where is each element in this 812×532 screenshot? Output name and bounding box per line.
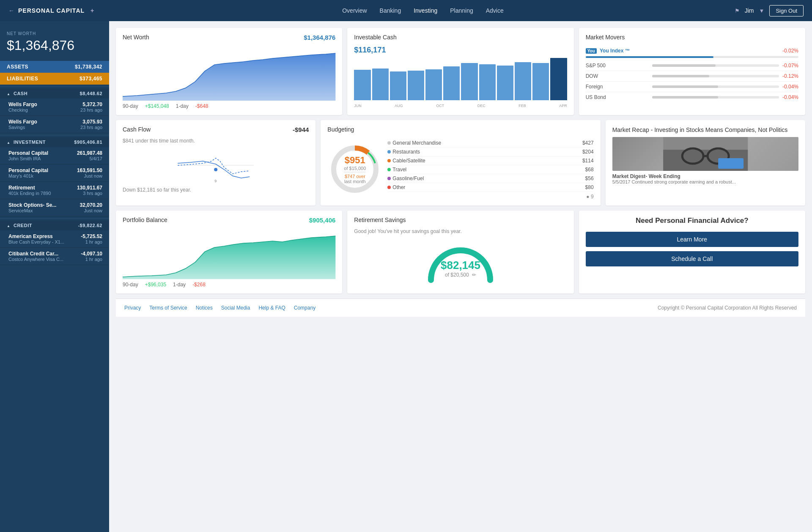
nav-planning[interactable]: Planning bbox=[450, 7, 473, 14]
budget-layout: $951 of $15,000 $747 over last month G bbox=[327, 139, 593, 200]
footer: Privacy Terms of Service Notices Social … bbox=[116, 299, 805, 317]
net-worth-label: NET WORTH bbox=[7, 31, 102, 36]
footer-help-faq[interactable]: Help & FAQ bbox=[258, 305, 285, 311]
budget-row-2: Restaurants $204 bbox=[387, 148, 593, 156]
portfolio-90d: +$96,035 bbox=[145, 282, 166, 288]
svg-text:9: 9 bbox=[214, 179, 217, 183]
credit-group-header[interactable]: ▲ CREDIT -$9,822.62 bbox=[0, 220, 109, 230]
budget-amount: $951 bbox=[344, 155, 366, 166]
market-row-dow: DOW -0.12% bbox=[586, 71, 798, 82]
footer-company[interactable]: Company bbox=[294, 305, 315, 311]
retirement-sub: Good job! You've hit your savings goal t… bbox=[354, 228, 567, 234]
investment-triangle-icon: ▲ bbox=[7, 141, 10, 145]
portfolio-value: $905,406 bbox=[309, 217, 336, 224]
investable-cash-chart bbox=[354, 58, 567, 100]
investable-cash-card: Investable Cash $116,171 bbox=[347, 28, 573, 115]
bar-8 bbox=[479, 64, 496, 100]
bar-2 bbox=[372, 69, 389, 100]
user-chevron-icon: ▼ bbox=[759, 8, 765, 14]
footer-privacy[interactable]: Privacy bbox=[124, 305, 141, 311]
bar-1 bbox=[354, 70, 370, 100]
budgeting-title: Budgeting bbox=[327, 126, 354, 133]
learn-more-button[interactable]: Learn More bbox=[586, 232, 798, 247]
account-stock-options[interactable]: Stock Options- Se... 32,070.20 ServiceMa… bbox=[0, 199, 109, 217]
net-worth-value: $1,364,876 bbox=[7, 38, 102, 53]
net-worth-90d: +$145,048 bbox=[145, 103, 169, 109]
cash-flow-chart: 9 bbox=[123, 146, 309, 184]
nav-banking[interactable]: Banking bbox=[380, 7, 401, 14]
bar-11 bbox=[532, 63, 549, 100]
bar-10 bbox=[515, 62, 531, 100]
account-pc-ira[interactable]: Personal Capital 261,987.48 John Smith I… bbox=[0, 147, 109, 165]
budget-row-6: Other $80 bbox=[387, 183, 593, 192]
assets-value: $1,738,342 bbox=[75, 64, 102, 70]
market-row-usbond: US Bond -0.04% bbox=[586, 92, 798, 102]
schedule-call-button[interactable]: Schedule a Call bbox=[586, 251, 798, 266]
edit-icon[interactable]: ✏ bbox=[472, 272, 476, 278]
account-citibank[interactable]: Citibank Credit Car... -4,097.10 Costco … bbox=[0, 248, 109, 265]
assets-bar[interactable]: ASSETS $1,738,342 bbox=[0, 61, 109, 73]
flag-icon: ⚑ bbox=[735, 8, 740, 14]
account-retirement[interactable]: Retirement 130,911.67 401k Ending in 789… bbox=[0, 182, 109, 199]
account-wells-fargo-checking[interactable]: Wells Fargo 5,372.70 Checking 23 hrs ago bbox=[0, 99, 109, 116]
recap-image bbox=[612, 137, 798, 171]
market-row-you-index: You You Index ™ -0.02% bbox=[586, 46, 798, 56]
budget-items: General Merchandise $427 Restaurants $20… bbox=[387, 139, 593, 200]
footer-copyright: Copyright © Personal Capital Corporation… bbox=[658, 305, 797, 311]
net-worth-section: NET WORTH $1,364,876 bbox=[0, 28, 109, 61]
brand-logo: ← PERSONAL CAPITAL + bbox=[8, 7, 94, 14]
footer-terms[interactable]: Terms of Service bbox=[149, 305, 187, 311]
app-layout: NET WORTH $1,364,876 ASSETS $1,738,342 L… bbox=[0, 0, 812, 532]
liabilities-value: $373,465 bbox=[80, 76, 102, 82]
retirement-amount: $82,145 bbox=[441, 259, 480, 272]
liabilities-label: LIABILITIES bbox=[7, 76, 38, 82]
bar-7 bbox=[461, 63, 477, 100]
footer-notices[interactable]: Notices bbox=[196, 305, 213, 311]
credit-triangle-icon: ▲ bbox=[7, 224, 10, 228]
brand-name: PERSONAL CAPITAL bbox=[18, 7, 85, 14]
portfolio-chart bbox=[123, 228, 335, 279]
bar-12 bbox=[550, 58, 567, 100]
cash-flow-value: -$944 bbox=[293, 126, 309, 133]
cash-flow-sub: $841 under this time last month. bbox=[123, 138, 309, 144]
liabilities-bar[interactable]: LIABILITIES $373,465 bbox=[0, 73, 109, 85]
bar-3 bbox=[390, 71, 406, 100]
nav-advice[interactable]: Advice bbox=[486, 7, 504, 14]
recap-title: Market Recap - Investing in Stocks Means… bbox=[612, 126, 798, 134]
portfolio-footer: 90-day +$96,035 1-day -$268 bbox=[123, 282, 335, 288]
investable-cash-months: JUN AUG OCT DEC FEB APR bbox=[354, 104, 567, 108]
footer-links: Privacy Terms of Service Notices Social … bbox=[124, 305, 315, 311]
nav-investing[interactable]: Investing bbox=[414, 7, 437, 14]
bar-9 bbox=[497, 66, 513, 100]
main-content: Net Worth $1,364,876 bbox=[109, 21, 812, 532]
market-row-foreign: Foreign -0.04% bbox=[586, 82, 798, 92]
nav-overview[interactable]: Overview bbox=[342, 7, 367, 14]
cash-group-header[interactable]: ▲ CASH $8,448.62 bbox=[0, 88, 109, 99]
row-3: Portfolio Balance $905,406 bbox=[116, 211, 805, 293]
budget-row-4: Travel $68 bbox=[387, 165, 593, 174]
user-name: Jim bbox=[745, 7, 754, 14]
net-worth-1d: -$648 bbox=[195, 103, 208, 109]
market-row-sp500: S&P 500 -0.07% bbox=[586, 60, 798, 71]
market-movers-card: Market Movers You You Index ™ -0.02% S&P… bbox=[579, 28, 805, 115]
account-amex[interactable]: American Express -5,725.52 Blue Cash Eve… bbox=[0, 230, 109, 248]
investable-cash-value: $116,171 bbox=[354, 46, 567, 55]
portfolio-1d: -$268 bbox=[192, 282, 206, 288]
investable-cash-title: Investable Cash bbox=[354, 34, 396, 41]
nav-right: ⚑ Jim ▼ Sign Out bbox=[735, 5, 804, 16]
net-worth-card-value: $1,364,876 bbox=[304, 34, 335, 41]
retirement-savings-card: Retirement Savings Good job! You've hit … bbox=[347, 211, 573, 293]
net-worth-chart bbox=[123, 46, 335, 101]
budget-row-1: General Merchandise $427 bbox=[387, 139, 593, 148]
net-worth-card: Net Worth $1,364,876 bbox=[116, 28, 342, 115]
footer-social-media[interactable]: Social Media bbox=[221, 305, 250, 311]
investment-group-header[interactable]: ▲ INVESTMENT $905,406.81 bbox=[0, 137, 109, 147]
budgeting-card: Budgeting $951 bbox=[321, 120, 600, 206]
bar-4 bbox=[408, 71, 424, 100]
account-pc-401k[interactable]: Personal Capital 163,591.50 Mary's 401k … bbox=[0, 165, 109, 182]
top-navigation: ← PERSONAL CAPITAL + Overview Banking In… bbox=[0, 0, 812, 21]
cash-flow-footer: Down $12,181 so far this year. bbox=[123, 187, 309, 193]
account-wells-fargo-savings[interactable]: Wells Fargo 3,075.93 Savings 23 hrs ago bbox=[0, 116, 109, 133]
sign-out-button[interactable]: Sign Out bbox=[769, 5, 804, 16]
recap-subtitle: Market Digest- Week Ending bbox=[612, 173, 798, 179]
